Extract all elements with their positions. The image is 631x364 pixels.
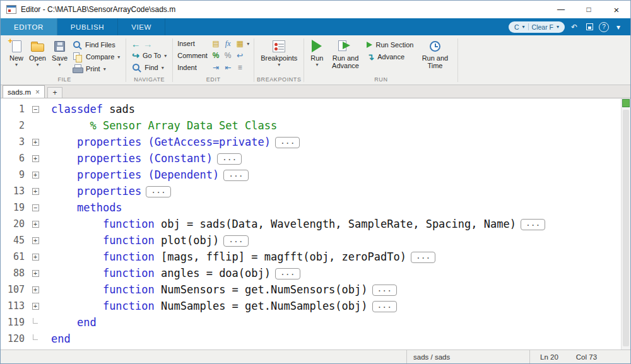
code-line-text[interactable]: function angles = doa(obj)... xyxy=(44,265,300,281)
collapse-fold-icon[interactable]: − xyxy=(32,204,39,211)
insert-menu-icon[interactable]: ▦ xyxy=(235,38,245,49)
code-line-text[interactable]: function [mags, fflip] = magfft(obj, zer… xyxy=(44,249,435,265)
undo-icon[interactable]: ↶ xyxy=(569,21,580,33)
run-section-icon xyxy=(367,42,372,48)
breakpoints-section-content: Breakpoints ▾ xyxy=(254,36,304,76)
save-button[interactable]: Save ▾ xyxy=(50,38,69,67)
run-and-advance-button[interactable]: Run and Advance xyxy=(327,38,363,69)
code-line-13: 13+ properties... xyxy=(1,183,621,199)
code-analyzer-indicator[interactable] xyxy=(622,99,630,107)
smart-indent-icon[interactable]: ≡ xyxy=(235,62,245,73)
minimize-button[interactable]: — xyxy=(547,1,575,18)
code-line-2: 2 % Sensor Array Data Set Class xyxy=(1,117,621,134)
indent-right-icon[interactable]: ⇥ xyxy=(211,62,221,73)
code-line-text[interactable]: function NumSamples = get.NumSamples(obj… xyxy=(44,298,397,314)
insert-function-icon[interactable]: fx xyxy=(223,38,233,49)
expand-fold-icon[interactable]: + xyxy=(32,139,39,146)
expand-fold-icon[interactable]: + xyxy=(32,188,39,195)
collapsed-code-button[interactable]: ... xyxy=(275,268,300,279)
toolstrip-tab-publish[interactable]: PUBLISH xyxy=(57,18,118,35)
uncomment-icon[interactable]: % xyxy=(223,50,233,61)
toolstrip-tab-editor[interactable]: EDITOR xyxy=(1,18,57,35)
find-files-button[interactable]: Find Files xyxy=(71,39,121,50)
go-to-button[interactable]: ↪ Go To ▾ xyxy=(131,50,168,61)
forward-arrow-icon[interactable]: → xyxy=(143,38,153,49)
section-divider xyxy=(457,38,458,82)
indent-left-icon[interactable]: ⇤ xyxy=(223,62,233,73)
expand-fold-icon[interactable]: + xyxy=(32,237,39,244)
collapsed-code-button[interactable]: ... xyxy=(223,170,248,181)
breakpoints-button[interactable]: Breakpoints ▾ xyxy=(259,38,299,67)
collapsed-code-button[interactable]: ... xyxy=(217,153,242,165)
line-number: 107 xyxy=(1,281,27,298)
wrap-comments-icon[interactable]: ↩ xyxy=(235,50,245,61)
chevron-down-icon: ▾ xyxy=(247,41,249,47)
expand-fold-icon[interactable]: + xyxy=(32,270,39,277)
help-icon[interactable]: ? xyxy=(599,22,609,32)
collapsed-code-button[interactable]: ... xyxy=(372,301,397,312)
advance-button[interactable]: ↴ Advance xyxy=(365,51,415,62)
code-line-text[interactable]: properties (Constant)... xyxy=(44,150,242,167)
open-button[interactable]: Open ▾ xyxy=(27,38,48,67)
fold-column: − xyxy=(27,101,44,117)
quick-access-search[interactable]: C ▾ Clear F ▾ xyxy=(509,21,565,33)
navigate-arrows-row: ← → xyxy=(131,38,153,49)
expand-fold-icon[interactable]: + xyxy=(32,303,39,310)
collapsed-code-button[interactable]: ... xyxy=(146,186,170,197)
document-tab-bar: sads.m × + xyxy=(1,85,630,98)
quick-access-menu-icon[interactable]: ▾ xyxy=(613,21,624,33)
collapsed-code-button[interactable]: ... xyxy=(521,219,545,230)
section-break-icon[interactable]: ▤ xyxy=(211,38,221,49)
collapsed-code-button[interactable]: ... xyxy=(411,252,435,263)
code-line-text[interactable]: classdef sads xyxy=(44,101,135,117)
collapse-fold-icon[interactable]: − xyxy=(32,106,39,113)
toolstrip-tab-view[interactable]: VIEW xyxy=(118,18,165,35)
section-label-run: RUN xyxy=(304,76,457,85)
expand-fold-icon[interactable]: + xyxy=(32,286,39,293)
scrollbar-thumb[interactable] xyxy=(623,110,629,346)
code-line-text[interactable]: function plot(obj)... xyxy=(44,232,249,249)
code-line-text[interactable]: properties (GetAccess=private)... xyxy=(44,134,300,150)
chevron-down-icon: ▾ xyxy=(522,24,525,30)
code-line-text[interactable]: function obj = sads(Data, Wavelength, Sa… xyxy=(44,216,545,232)
code-text-segment: angles = doa(obj) xyxy=(155,267,271,279)
close-tab-icon[interactable]: × xyxy=(35,89,40,95)
expand-fold-icon[interactable]: + xyxy=(32,221,39,228)
plus-badge-icon: + xyxy=(8,36,13,45)
run-and-time-button[interactable]: Run and Time xyxy=(416,38,453,69)
expand-fold-icon[interactable]: + xyxy=(32,254,39,261)
save-icon[interactable] xyxy=(584,21,595,33)
expand-fold-icon[interactable]: + xyxy=(32,172,39,179)
vertical-scrollbar[interactable] xyxy=(621,98,630,349)
close-button[interactable]: × xyxy=(603,1,630,18)
fold-column: + xyxy=(27,134,44,150)
comment-text: % Sensor Array Data Set Class xyxy=(90,119,277,132)
maximize-button[interactable]: □ xyxy=(575,1,603,18)
keyword-text: function xyxy=(103,267,155,279)
run-section-button[interactable]: Run Section xyxy=(365,39,415,50)
code-line-text[interactable]: function NumSensors = get.NumSensors(obj… xyxy=(44,281,397,298)
compare-button[interactable]: Compare ▾ xyxy=(71,51,121,62)
comment-icon[interactable]: % xyxy=(211,50,221,61)
find-button[interactable]: Find ▾ xyxy=(131,62,165,73)
document-tab-sads[interactable]: sads.m × xyxy=(3,85,45,98)
expand-fold-icon[interactable]: + xyxy=(32,155,39,162)
collapsed-code-button[interactable]: ... xyxy=(275,137,300,148)
print-button[interactable]: Print ▾ xyxy=(71,63,121,74)
new-button[interactable]: + New ▾ xyxy=(8,38,25,67)
ribbon-section-file: + New ▾ Open ▾ Save ▾ Find F xyxy=(3,36,126,85)
new-document-tab-button[interactable]: + xyxy=(47,87,62,98)
code-area[interactable]: 1−classdef sads2 % Sensor Array Data Set… xyxy=(1,98,621,349)
code-line-text[interactable]: properties... xyxy=(44,183,171,199)
collapsed-code-button[interactable]: ... xyxy=(372,285,397,296)
code-line-text[interactable]: end xyxy=(44,331,71,347)
code-line-text[interactable]: % Sensor Array Data Set Class xyxy=(44,117,277,134)
code-line-text[interactable]: end xyxy=(44,314,97,331)
collapsed-code-button[interactable]: ... xyxy=(223,235,248,247)
code-line-text[interactable]: properties (Dependent)... xyxy=(44,167,249,183)
keyword-text: function xyxy=(103,300,155,312)
run-button[interactable]: Run ▾ xyxy=(309,38,325,67)
code-editor[interactable]: 1−classdef sads2 % Sensor Array Data Set… xyxy=(1,98,630,349)
back-arrow-icon[interactable]: ← xyxy=(131,38,141,49)
code-line-text[interactable]: methods xyxy=(44,199,122,216)
